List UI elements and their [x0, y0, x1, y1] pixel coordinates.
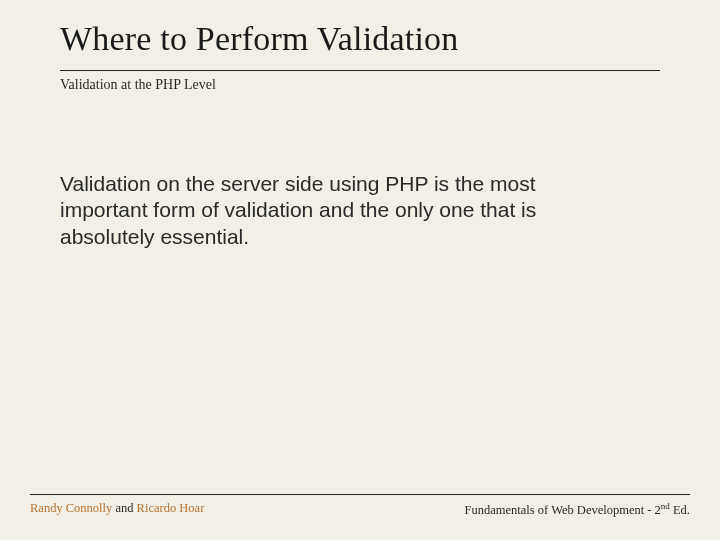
slide-footer: Randy Connolly and Ricardo Hoar Fundamen… [30, 494, 690, 518]
title-divider [60, 70, 660, 71]
slide: Where to Perform Validation Validation a… [0, 0, 720, 540]
footer-book: Fundamentals of Web Development - 2nd Ed… [465, 501, 690, 518]
slide-body-text: Validation on the server side using PHP … [60, 171, 620, 250]
book-edition-sup: nd [661, 501, 670, 511]
book-prefix: Fundamentals of Web Development - 2 [465, 503, 661, 517]
footer-authors: Randy Connolly and Ricardo Hoar [30, 501, 204, 518]
author-name-1: Randy Connolly [30, 501, 112, 515]
slide-subtitle: Validation at the PHP Level [60, 77, 660, 93]
footer-divider [30, 494, 690, 495]
book-suffix: Ed. [670, 503, 690, 517]
author-name-2: Ricardo Hoar [137, 501, 205, 515]
slide-title: Where to Perform Validation [60, 20, 660, 58]
footer-row: Randy Connolly and Ricardo Hoar Fundamen… [30, 501, 690, 518]
author-joiner: and [112, 501, 136, 515]
